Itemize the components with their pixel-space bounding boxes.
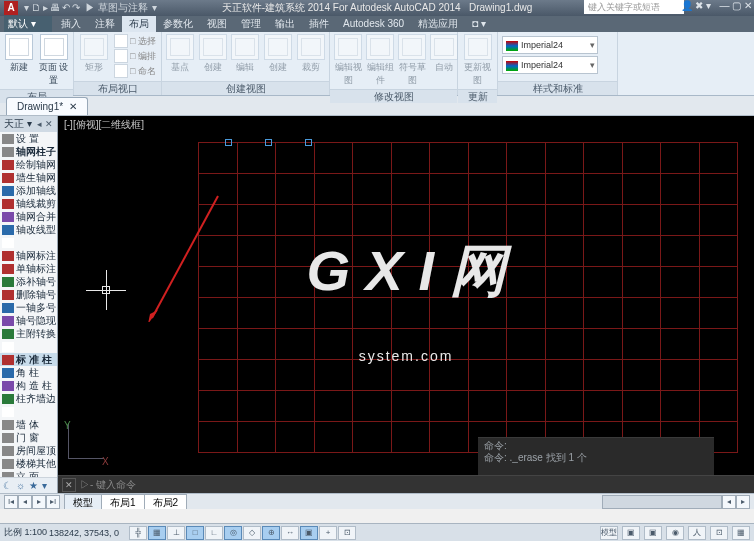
status-right-1[interactable]: ▣ — [622, 526, 640, 540]
palette-item-12[interactable]: 删除轴号 — [0, 288, 57, 301]
status-toggle-9[interactable]: ▣ — [300, 526, 318, 540]
status-right-6[interactable]: ▦ — [732, 526, 750, 540]
status-right-5[interactable]: ⊡ — [710, 526, 728, 540]
palette-item-3[interactable]: 墙生轴网 — [0, 171, 57, 184]
palette-item-22[interactable]: 墙 体 — [0, 418, 57, 431]
layout-nav-btn[interactable]: I◂ — [4, 495, 18, 509]
palette-item-23[interactable]: 门 窗 — [0, 431, 57, 444]
ribbon-tab-4[interactable]: 视图 — [200, 16, 234, 32]
help-search-input[interactable]: 键入关键字或短语 — [584, 0, 684, 14]
status-toggle-10[interactable]: + — [319, 526, 337, 540]
status-toggle-5[interactable]: ◎ — [224, 526, 242, 540]
app-menu-tab[interactable]: 默认 ▾ — [4, 16, 52, 32]
ribbon-btn[interactable]: 创建 — [264, 34, 293, 74]
ribbon-tab-9[interactable]: 精选应用 — [411, 16, 465, 32]
ribbon-tab-5[interactable]: 管理 — [234, 16, 268, 32]
viewport-named[interactable]: □ 命名 — [114, 64, 156, 78]
drawing-tab[interactable]: Drawing1* ✕ — [6, 97, 88, 115]
layout-tab-2[interactable]: 布局2 — [144, 494, 188, 509]
coordinates-display[interactable]: 138242, 37543, 0 — [49, 528, 119, 538]
ribbon-tab-1[interactable]: 注释 — [88, 16, 122, 32]
status-toggle-7[interactable]: ⊕ — [262, 526, 280, 540]
command-icon[interactable]: ✕ — [62, 478, 76, 492]
palette-item-16[interactable] — [0, 340, 57, 353]
ribbon-tab-8[interactable]: Autodesk 360 — [336, 16, 411, 32]
app-logo[interactable]: A — [4, 1, 18, 15]
layout-nav-btn[interactable]: ▸I — [46, 495, 60, 509]
status-right-0[interactable]: 模型 — [600, 526, 618, 540]
status-toggle-3[interactable]: □ — [186, 526, 204, 540]
viewport-select[interactable]: □ 选择 — [114, 34, 156, 48]
palette-item-19[interactable]: 构 造 柱 — [0, 379, 57, 392]
palette-item-14[interactable]: 轴号隐现 — [0, 314, 57, 327]
layout-tab-1[interactable]: 布局1 — [101, 494, 145, 509]
palette-item-8[interactable] — [0, 236, 57, 249]
ribbon-btn[interactable]: 编辑 — [231, 34, 260, 74]
palette-item-18[interactable]: 角 柱 — [0, 366, 57, 379]
palette-item-11[interactable]: 添补轴号 — [0, 275, 57, 288]
ribbon-tab-2[interactable]: 布局 — [122, 16, 156, 32]
scrollbar-handle[interactable] — [602, 495, 722, 509]
palette-item-6[interactable]: 轴网合并 — [0, 210, 57, 223]
ribbon-btn[interactable]: 创建 — [199, 34, 228, 74]
palette-title[interactable]: 天正 ▾ — [4, 116, 32, 132]
layout-nav-btn[interactable]: ◂ — [18, 495, 32, 509]
new-layout-button[interactable]: 新建 — [4, 34, 35, 74]
palette-item-0[interactable]: 设 置 — [0, 132, 57, 145]
status-toggle-1[interactable]: ▦ — [148, 526, 166, 540]
palette-item-26[interactable]: 立 面 — [0, 470, 57, 477]
palette-item-15[interactable]: 主附转换 — [0, 327, 57, 340]
status-toggle-11[interactable]: ⊡ — [338, 526, 356, 540]
status-right-3[interactable]: ◉ — [666, 526, 684, 540]
quick-access-toolbar[interactable]: ▾🗋▸🖶↶↷ ▶ 草图与注释 ▾ — [24, 1, 159, 15]
scale-display[interactable]: 比例 1:100 — [4, 526, 47, 539]
rect-viewport-button[interactable]: 矩形 — [78, 34, 110, 74]
ribbon-btn[interactable]: 符号草图 — [398, 34, 426, 87]
status-toggle-6[interactable]: ◇ — [243, 526, 261, 540]
ribbon-btn[interactable]: 裁剪 — [296, 34, 325, 74]
palette-foot-icon[interactable]: ★ — [29, 480, 38, 491]
viewport-label[interactable]: [-][俯视][二维线框] — [58, 116, 754, 132]
status-toggle-2[interactable]: ⊥ — [167, 526, 185, 540]
layout-nav-btn[interactable]: ▸ — [32, 495, 46, 509]
layout-tab-0[interactable]: 模型 — [64, 494, 102, 509]
window-buttons[interactable]: 👤 ✖ ▾ — ▢ ✕ — [681, 0, 752, 11]
status-toggle-0[interactable]: ╬ — [129, 526, 147, 540]
status-right-4[interactable]: 人 — [688, 526, 706, 540]
palette-item-1[interactable]: 轴网柱子 — [0, 145, 57, 158]
drawing-canvas[interactable]: Y X G X I 网 system.com 命令: 命令: ._erase 找… — [58, 132, 754, 475]
palette-foot-icon[interactable]: ▾ — [42, 480, 47, 491]
ribbon-tab-7[interactable]: 插件 — [302, 16, 336, 32]
update-view-button[interactable]: 更新视图 — [462, 34, 493, 87]
command-input[interactable]: ✕ ▷- 键入命令 — [58, 475, 754, 493]
palette-item-5[interactable]: 轴线裁剪 — [0, 197, 57, 210]
palette-item-20[interactable]: 柱齐墙边 — [0, 392, 57, 405]
ribbon-tab-0[interactable]: 插入 — [54, 16, 88, 32]
palette-item-4[interactable]: 添加轴线 — [0, 184, 57, 197]
ribbon-btn[interactable]: 编辑视图 — [334, 34, 362, 87]
page-setup-button[interactable]: 页面 设置 — [39, 34, 70, 87]
palette-item-7[interactable]: 轴改线型 — [0, 223, 57, 236]
viewport-arrange[interactable]: □ 编排 — [114, 49, 156, 63]
ribbon-tab-6[interactable]: 输出 — [268, 16, 302, 32]
status-toggle-4[interactable]: ∟ — [205, 526, 223, 540]
ribbon-btn[interactable]: 自动 — [430, 34, 458, 74]
palette-item-25[interactable]: 楼梯其他 — [0, 457, 57, 470]
ribbon-tab-10[interactable]: ◘ ▾ — [465, 16, 493, 32]
palette-item-17[interactable]: 标 准 柱 — [0, 353, 57, 366]
palette-item-9[interactable]: 轴网标注 — [0, 249, 57, 262]
style-combo-2[interactable]: Imperial24 — [502, 56, 598, 74]
ribbon-btn[interactable]: 基点 — [166, 34, 195, 74]
palette-item-2[interactable]: 绘制轴网 — [0, 158, 57, 171]
palette-item-13[interactable]: 一轴多号 — [0, 301, 57, 314]
palette-foot-icon[interactable]: ☼ — [16, 480, 25, 491]
style-combo-1[interactable]: Imperial24 — [502, 36, 598, 54]
palette-item-24[interactable]: 房间屋顶 — [0, 444, 57, 457]
palette-controls[interactable]: ◂ ✕ — [37, 116, 53, 132]
palette-foot-icon[interactable]: ☾ — [3, 480, 12, 491]
ribbon-btn[interactable]: 编辑组件 — [366, 34, 394, 87]
status-toggle-8[interactable]: ↔ — [281, 526, 299, 540]
palette-item-10[interactable]: 单轴标注 — [0, 262, 57, 275]
status-right-2[interactable]: ▣ — [644, 526, 662, 540]
palette-item-21[interactable] — [0, 405, 57, 418]
